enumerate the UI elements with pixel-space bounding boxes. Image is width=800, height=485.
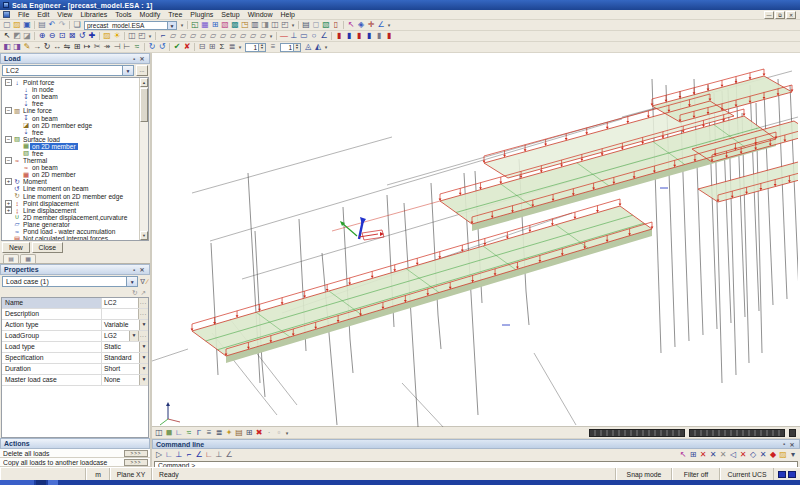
rotate-icon[interactable]: ↻ <box>42 42 52 52</box>
property-value-text[interactable]: Variable <box>102 320 139 330</box>
calc2-icon[interactable]: ⊞ <box>207 42 217 52</box>
menu-window[interactable]: Window <box>244 11 277 18</box>
new-document-icon[interactable]: ▢ <box>2 20 12 30</box>
copy-props-icon[interactable]: ◧ <box>2 42 12 52</box>
scroll-down-icon[interactable]: ▼ <box>140 231 148 240</box>
spin-down-icon[interactable]: ▼ <box>259 47 265 51</box>
member-blue-icon[interactable]: ▮ <box>344 31 354 41</box>
chevron-down-icon[interactable]: ▼ <box>139 342 148 352</box>
corner-icon[interactable]: ⌐ <box>158 31 168 41</box>
expander-icon[interactable]: − <box>5 107 12 114</box>
stretch-icon[interactable]: ↦ <box>82 42 92 52</box>
select-tool-icon[interactable]: ↖ <box>346 20 356 30</box>
win-pane-icon[interactable]: ▱ <box>208 31 218 41</box>
move-ucs-icon[interactable]: ✛ <box>366 20 376 30</box>
select-remove-icon[interactable]: ◪ <box>22 31 32 41</box>
regen-icon[interactable]: ↺ <box>157 42 167 52</box>
mdi-close-button[interactable]: ✕ <box>786 11 796 19</box>
menu-help[interactable]: Help <box>277 11 299 18</box>
print-icon[interactable]: ▤ <box>301 20 311 30</box>
ucs-l1-icon[interactable]: ∟ <box>164 450 174 460</box>
property-value[interactable]: Standard▼ <box>102 353 148 363</box>
close-button[interactable]: Close <box>32 242 63 253</box>
project-combo[interactable]: precast_model.ESA▼ <box>84 21 177 30</box>
snap-k2-icon[interactable]: ✕ <box>738 450 748 460</box>
tree-item[interactable]: ⇣free <box>2 100 138 107</box>
snap-k1-icon[interactable]: ◁ <box>728 450 738 460</box>
layers-manager-icon[interactable]: ▦ <box>200 20 210 30</box>
cursor-snap-icon[interactable]: ↖ <box>678 450 688 460</box>
table-composer-icon[interactable]: ⊞ <box>210 20 220 30</box>
wireframe-icon[interactable]: ◫ <box>154 428 164 438</box>
wire-box-icon[interactable]: ◰ <box>137 31 147 41</box>
chevron-down-icon[interactable]: ▼ <box>126 277 137 286</box>
print-data-icon[interactable]: ▤ <box>37 20 47 30</box>
redo-icon[interactable]: ↷ <box>57 20 67 30</box>
mdi-restore-button[interactable]: ⧉ <box>775 11 785 19</box>
ucs-l5-icon[interactable]: ∟ <box>204 450 214 460</box>
circle-icon[interactable]: ○ <box>309 31 319 41</box>
select-add-icon[interactable]: ◩ <box>12 31 22 41</box>
save-project-icon[interactable]: ▣ <box>22 20 32 30</box>
status-plane[interactable]: Plane XY <box>110 468 152 480</box>
tree-item[interactable]: ≈Pond load - water accumulation <box>2 228 138 235</box>
snap-grid-icon[interactable]: ⊞ <box>688 450 698 460</box>
perp-icon[interactable]: ⊥ <box>289 31 299 41</box>
property-value[interactable]: Variable▼ <box>102 320 148 330</box>
dropdown-arrow-icon[interactable]: ▾ <box>323 44 329 50</box>
folder-open-icon[interactable]: ▨ <box>102 31 112 41</box>
expander-icon[interactable]: + <box>5 178 12 185</box>
property-value-text[interactable]: Standard <box>102 353 139 363</box>
join-icon[interactable]: ⊢ <box>122 42 132 52</box>
ellipsis-button[interactable]: ... <box>138 309 148 319</box>
snap-folder-icon[interactable]: ▨ <box>778 450 788 460</box>
tree-item[interactable]: −↓Point force <box>2 79 138 86</box>
close-icon[interactable]: ✕ <box>788 441 796 448</box>
tree-item[interactable]: ▤Not calculated internal forces <box>2 235 138 241</box>
property-value-text[interactable]: Short <box>102 364 139 374</box>
dot-icon[interactable]: · <box>264 428 274 438</box>
document-icon[interactable]: ▥ <box>250 20 260 30</box>
section-icon[interactable]: ◬ <box>303 42 313 52</box>
expander-icon[interactable]: − <box>5 136 12 143</box>
property-value[interactable]: None▼ <box>102 375 148 385</box>
print-preview-icon[interactable]: ◻ <box>311 20 321 30</box>
diagram-icon[interactable]: ≈ <box>184 428 194 438</box>
property-value-text[interactable] <box>102 309 138 319</box>
ucs-small-icon[interactable]: ∟ <box>174 428 184 438</box>
snap-last-icon[interactable]: ▾ <box>788 450 798 460</box>
ucs-l3-icon[interactable]: ⌐ <box>184 450 194 460</box>
tree-item[interactable]: ▱Plane generator <box>2 221 138 228</box>
undo-icon[interactable]: ↶ <box>47 20 57 30</box>
expander-icon[interactable]: + <box>5 200 12 207</box>
dropdown-arrow-icon[interactable]: ▾ <box>179 22 185 28</box>
member-gray-icon[interactable]: ▮ <box>374 31 384 41</box>
dropdown-arrow-icon[interactable]: ▾ <box>290 22 296 28</box>
star-icon[interactable]: ✦ <box>224 428 234 438</box>
member-red-icon[interactable]: ▮ <box>334 31 344 41</box>
break-icon[interactable]: ⊣ <box>112 42 122 52</box>
chevron-down-icon[interactable]: ▼ <box>167 22 176 29</box>
menu-plugins[interactable]: Plugins <box>186 11 217 18</box>
mirror-icon[interactable]: ⇋ <box>62 42 72 52</box>
properties-object-combo[interactable]: Load case (1) ▼ <box>2 276 138 287</box>
zoom-window2-icon[interactable]: ⊡ <box>57 31 67 41</box>
lamp-icon[interactable]: ☀ <box>112 31 122 41</box>
win-pane-icon[interactable]: ▱ <box>168 31 178 41</box>
ellipsis-button[interactable]: ... <box>138 298 148 308</box>
dropdown-arrow-icon[interactable]: ▾ <box>386 22 392 28</box>
refresh-icon[interactable]: ↻ <box>147 42 157 52</box>
tree-item[interactable]: ▧free <box>2 150 138 157</box>
calc1-icon[interactable]: ⊟ <box>197 42 207 52</box>
ucs-l2-icon[interactable]: ⊥ <box>174 450 184 460</box>
tab-catalog[interactable]: ▦ <box>20 254 36 263</box>
array-icon[interactable]: ⊞ <box>72 42 82 52</box>
pointer-icon[interactable]: ↖ <box>2 31 12 41</box>
dropdown-arrow-icon[interactable]: ▾ <box>268 33 274 39</box>
win-pane-icon[interactable]: ▱ <box>188 31 198 41</box>
number-spinner[interactable]: 1▲▼ <box>280 43 301 52</box>
zoom-prev-icon[interactable]: ↺ <box>77 31 87 41</box>
angle-icon[interactable]: ∠ <box>319 31 329 41</box>
snap-cross3-icon[interactable]: ✕ <box>718 450 728 460</box>
polyline-icon[interactable]: ≈ <box>132 42 142 52</box>
